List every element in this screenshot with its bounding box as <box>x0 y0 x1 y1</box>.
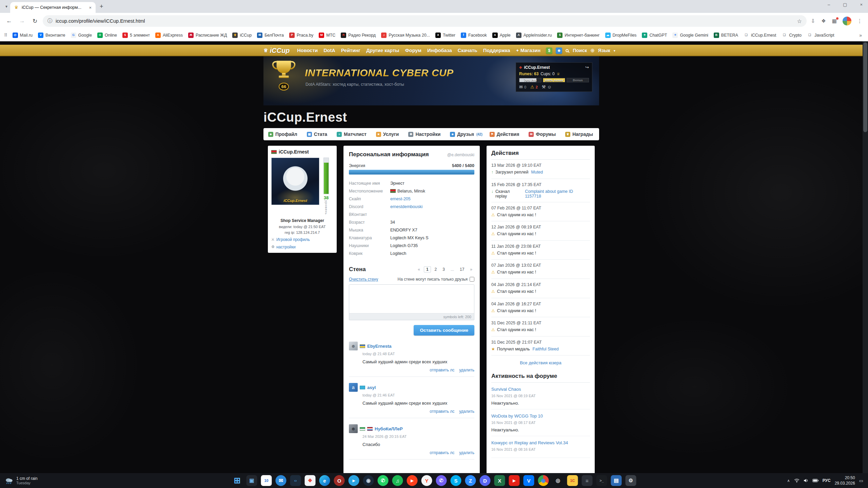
spotify-icon[interactable]: ♫ <box>392 475 403 486</box>
wall-message-input[interactable] <box>349 285 474 313</box>
bookmark-item[interactable]: B BETERA <box>711 31 741 39</box>
wrench-icon[interactable]: ⚒ <box>542 84 546 89</box>
profile-tab[interactable]: ★ Услуги <box>376 131 401 137</box>
steam-icon[interactable]: ◉ <box>363 475 374 486</box>
delete-post-link[interactable]: удалить <box>459 450 474 455</box>
url-input[interactable] <box>56 18 793 24</box>
opera-icon[interactable]: O <box>334 475 345 486</box>
profile-icon[interactable]: ☺ <box>547 84 551 89</box>
post-message-button[interactable]: Оставить сообщение <box>414 325 474 336</box>
notifications-icon[interactable]: ▭ <box>859 478 863 483</box>
forward-button[interactable]: → <box>17 16 27 26</box>
page-number[interactable]: « <box>416 267 422 272</box>
battery-icon[interactable] <box>812 479 818 482</box>
extensions-icon[interactable]: ❖ <box>820 18 827 24</box>
send-pm-link[interactable]: отправить лс <box>430 409 454 414</box>
search-icon[interactable] <box>566 49 569 52</box>
site-logo[interactable]: ♕iCCup <box>263 47 290 55</box>
bookmark-item[interactable]: Ж Расписание ЖД <box>186 31 229 39</box>
bookmark-item[interactable]: ♫ Русская Музыка 20... <box>379 31 432 39</box>
bookmark-item[interactable]: R Радио Рекорд <box>338 31 378 39</box>
nav-item[interactable]: Поддержка <box>483 48 510 53</box>
start-icon[interactable]: ⊞ <box>232 475 243 486</box>
info-value[interactable]: ernestdembouski <box>390 204 422 209</box>
download-icon[interactable]: ⇩ <box>809 18 817 24</box>
post-avatar[interactable]: ☻ <box>349 424 358 433</box>
excel-icon[interactable]: X <box>494 475 505 486</box>
all-actions-link[interactable]: Все действия юзера <box>491 360 590 365</box>
bookmark-item[interactable]: ✦ ChatGPT <box>639 31 669 39</box>
profile-avatar-icon[interactable] <box>843 17 851 25</box>
chrome-icon[interactable]: ◉ <box>538 475 549 486</box>
info-value[interactable]: ernest-205 <box>390 197 411 201</box>
yandex-music-icon[interactable]: ▶ <box>407 475 418 486</box>
bookmark-item[interactable]: 5 5 элемент <box>120 31 152 39</box>
minimize-button[interactable]: – <box>826 1 832 8</box>
profile-tab[interactable]: ☻ Друзья (42) <box>450 131 482 137</box>
tab-close-icon[interactable]: × <box>88 5 92 10</box>
site-info-icon[interactable]: ⓘ <box>47 18 52 24</box>
send-pm-link[interactable]: отправить лс <box>430 368 454 372</box>
profile-tab[interactable]: ▤ Стата <box>307 131 330 137</box>
back-button[interactable]: ← <box>4 16 14 26</box>
browser-menu-icon[interactable]: ⋮ <box>855 18 864 24</box>
page-number[interactable]: 2 <box>433 267 439 272</box>
post-avatar[interactable]: ☻ <box>349 342 358 350</box>
user-panel-name[interactable]: iCCup.Ernest <box>524 65 583 70</box>
profile-tab[interactable]: ✉ Форумы <box>529 131 558 137</box>
bookmark-item[interactable]: @ Mail.ru <box>10 31 35 39</box>
bookmark-item[interactable]: ❏ iCCup.Ernest <box>741 31 778 39</box>
bookmark-item[interactable]: ❏ Crypto <box>779 31 804 39</box>
nav-item[interactable]: Рейтинг <box>341 48 360 53</box>
bookmark-item[interactable]: М МТС <box>316 31 338 39</box>
weather-widget[interactable]: 1 cm of rain Tuesday <box>5 476 38 485</box>
edge-icon[interactable]: e <box>319 475 330 486</box>
code-editor-icon[interactable]: ‹› <box>290 475 301 486</box>
photos-icon[interactable]: ❖ <box>305 475 316 486</box>
warning-icon[interactable]: ⚠ <box>530 84 534 89</box>
action-link[interactable]: Complaint about game ID 1157718 <box>525 189 590 199</box>
post-author[interactable]: НубоКиЛЛеР <box>375 426 403 431</box>
bookmark-star-icon[interactable]: ☆ <box>797 18 802 24</box>
bookmark-item[interactable]: A AliExpress <box>153 31 185 39</box>
page-number[interactable]: 17 <box>458 267 466 272</box>
bookmark-item[interactable]: ❏ JavaScript <box>805 31 836 39</box>
profile-tab[interactable]: ⚑ Действия <box>490 131 522 137</box>
bookmark-item[interactable]: ☁ DropMeFiles <box>603 31 639 39</box>
language-menu[interactable]: Язык <box>598 48 610 53</box>
topic-title-link[interactable]: WoDota by WCGG Top 10 <box>491 413 543 419</box>
bookmark-item[interactable]: ✦ Google Gemini <box>670 31 710 39</box>
tray-chevron-icon[interactable]: ∧ <box>787 479 790 483</box>
action-link[interactable]: Faithful Steed <box>533 347 559 351</box>
extension-badge-icon[interactable]: ▦ <box>830 18 839 24</box>
bookmark-item[interactable]: G Google <box>68 31 94 39</box>
scrollbar-thumb[interactable] <box>863 42 867 132</box>
profile-tab[interactable]: ☻ Профайл <box>268 131 300 137</box>
nav-item[interactable]: Инфобаза <box>427 48 452 53</box>
logout-icon[interactable]: ↪ <box>585 65 589 70</box>
nav-item[interactable]: DotA <box>323 48 335 53</box>
bookmark-item[interactable]: X Twitter <box>433 31 458 39</box>
network-icon[interactable] <box>794 479 800 483</box>
new-tab-button[interactable]: + <box>96 2 107 12</box>
bookmark-item[interactable]: ♛ iCCup <box>230 31 254 39</box>
bookmark-item[interactable]: O Online <box>95 31 119 39</box>
bookmarks-overflow-icon[interactable]: » <box>857 33 864 38</box>
tab-search-icon[interactable]: ▾ <box>3 4 10 9</box>
bookmark-item[interactable]: P Praca.by <box>287 31 316 39</box>
terminal-icon[interactable]: >_ <box>596 475 607 486</box>
discord-icon[interactable]: D <box>480 475 491 486</box>
account-icon[interactable]: ☻ <box>556 47 562 54</box>
floppy-icon[interactable]: ▤ <box>611 475 622 486</box>
address-bar[interactable]: ⓘ ☆ <box>43 15 807 27</box>
clear-wall-link[interactable]: Очистить стену <box>349 277 378 282</box>
browser-tab[interactable]: ♛ iCCup — Секретная информ... × <box>10 2 96 13</box>
page-scrollbar[interactable] <box>863 41 868 473</box>
nav-item[interactable]: Скачать <box>458 48 477 53</box>
language-indicator[interactable]: РУС <box>823 478 831 483</box>
post-author[interactable]: asyl <box>367 385 376 390</box>
bookmark-item[interactable]: V Вконтакте <box>36 31 67 39</box>
youtube-icon[interactable]: ▶ <box>509 475 520 486</box>
onec-icon[interactable]: 1С <box>567 475 578 486</box>
topic-title-link[interactable]: Конкурс от Replay and Reviews Vol.34 <box>491 440 568 445</box>
